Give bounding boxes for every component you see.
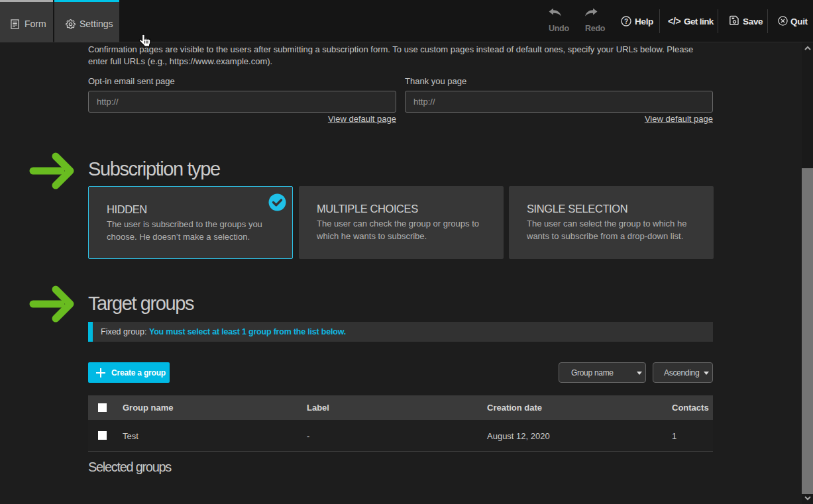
- svg-text:?: ?: [624, 18, 628, 25]
